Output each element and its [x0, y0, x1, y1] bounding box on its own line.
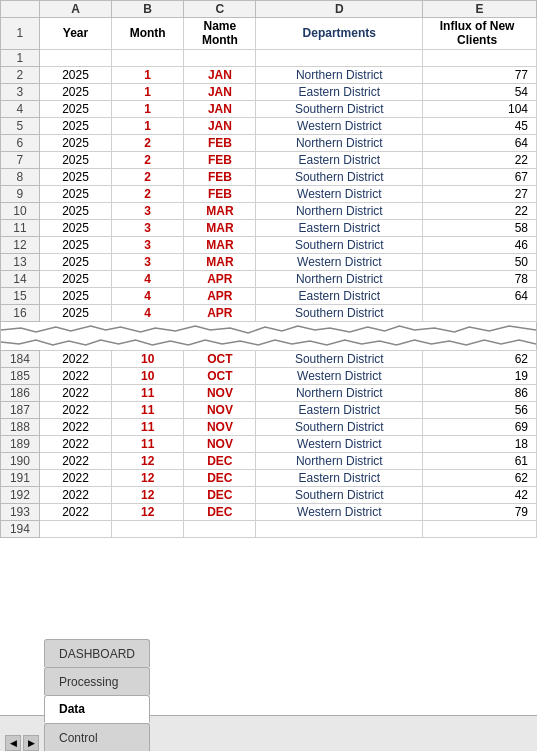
- month-num-cell: 1: [112, 117, 184, 134]
- year-cell: 2022: [39, 486, 111, 503]
- col-b-header: B: [112, 1, 184, 18]
- row-number: 9: [1, 185, 40, 202]
- year-cell: 2022: [39, 452, 111, 469]
- top-table: A B C D E 1 Year Month NameMonth Departm…: [0, 0, 537, 322]
- dept-cell: Southern District: [256, 100, 423, 117]
- name-month-cell: MAR: [184, 253, 256, 270]
- tab-data[interactable]: Data: [44, 695, 150, 723]
- name-month-cell: FEB: [184, 151, 256, 168]
- row-number: 12: [1, 236, 40, 253]
- dept-cell: Northern District: [256, 452, 423, 469]
- table-row: 720252FEBEastern District22: [1, 151, 537, 168]
- dept-cell: Southern District: [256, 236, 423, 253]
- dept-cell: Northern District: [256, 384, 423, 401]
- row-number: 190: [1, 452, 40, 469]
- dept-cell: Southern District: [256, 418, 423, 435]
- table-row: 1420254APRNorthern District78: [1, 270, 537, 287]
- tab-scroll-right[interactable]: ▶: [23, 735, 39, 751]
- name-month-cell: DEC: [184, 452, 256, 469]
- tab-scroll-left[interactable]: ◀: [5, 735, 21, 751]
- table-row: 189202211NOVWestern District18: [1, 435, 537, 452]
- month-num-cell: 12: [112, 452, 184, 469]
- table-row: 190202212DECNorthern District61: [1, 452, 537, 469]
- month-num-cell: 1: [112, 100, 184, 117]
- dept-cell: Northern District: [256, 202, 423, 219]
- label-row: 1 Year Month NameMonth Departments Influ…: [1, 18, 537, 50]
- influx-cell: 54: [423, 83, 537, 100]
- dept-cell: Western District: [256, 435, 423, 452]
- row-number: 16: [1, 304, 40, 321]
- table-row: 193202212DECWestern District79: [1, 503, 537, 520]
- month-num-cell: 4: [112, 270, 184, 287]
- influx-cell: 22: [423, 151, 537, 168]
- label-month: Month: [112, 18, 184, 50]
- table-row: 188202211NOVSouthern District69: [1, 418, 537, 435]
- year-cell: 2025: [39, 202, 111, 219]
- row-number: 11: [1, 219, 40, 236]
- table-row: 185202210OCTWestern District19: [1, 367, 537, 384]
- dept-cell: Eastern District: [256, 287, 423, 304]
- row-number: 187: [1, 401, 40, 418]
- dept-cell: Southern District: [256, 486, 423, 503]
- year-cell: 2022: [39, 367, 111, 384]
- tab-dashboard[interactable]: DASHBOARD: [44, 639, 150, 667]
- dept-cell: Western District: [256, 117, 423, 134]
- name-month-cell: APR: [184, 304, 256, 321]
- dept-cell: Eastern District: [256, 151, 423, 168]
- torn-gap: [0, 322, 537, 350]
- year-cell: 2022: [39, 401, 111, 418]
- table-row: 320251JANEastern District54: [1, 83, 537, 100]
- name-month-cell: APR: [184, 270, 256, 287]
- row-number: 14: [1, 270, 40, 287]
- month-num-cell: 2: [112, 134, 184, 151]
- name-month-cell: OCT: [184, 367, 256, 384]
- name-month-cell: OCT: [184, 350, 256, 367]
- month-num-cell: 12: [112, 503, 184, 520]
- dept-cell: Northern District: [256, 134, 423, 151]
- year-cell: 2022: [39, 503, 111, 520]
- spreadsheet: A B C D E 1 Year Month NameMonth Departm…: [0, 0, 537, 715]
- dept-cell: Eastern District: [256, 401, 423, 418]
- month-num-cell: 4: [112, 304, 184, 321]
- table-row: 1020253MARNorthern District22: [1, 202, 537, 219]
- month-num-cell: 12: [112, 486, 184, 503]
- year-cell: 2025: [39, 185, 111, 202]
- col-d-header: D: [256, 1, 423, 18]
- influx-cell: 56: [423, 401, 537, 418]
- month-num-cell: 11: [112, 435, 184, 452]
- dept-cell: Northern District: [256, 270, 423, 287]
- row-num-1: 1: [1, 18, 40, 50]
- year-cell: 2025: [39, 270, 111, 287]
- influx-cell: 42: [423, 486, 537, 503]
- table-row: 920252FEBWestern District27: [1, 185, 537, 202]
- year-cell: 2022: [39, 384, 111, 401]
- year-cell: 2025: [39, 304, 111, 321]
- label-departments: Departments: [256, 18, 423, 50]
- row-number: 193: [1, 503, 40, 520]
- tab-control[interactable]: Control: [44, 723, 150, 751]
- influx-cell: 46: [423, 236, 537, 253]
- month-num-cell: 3: [112, 253, 184, 270]
- month-num-cell: 12: [112, 469, 184, 486]
- tabs-bar: ◀ ▶ DASHBOARDProcessingDataControl: [0, 715, 537, 751]
- month-num-cell: 2: [112, 151, 184, 168]
- tab-processing[interactable]: Processing: [44, 667, 150, 695]
- year-cell: 2022: [39, 418, 111, 435]
- tabs-container: DASHBOARDProcessingDataControl: [44, 639, 152, 751]
- name-month-cell: JAN: [184, 83, 256, 100]
- label-influx: Influx of New Clients: [423, 18, 537, 50]
- influx-cell: 104: [423, 100, 537, 117]
- name-month-cell: DEC: [184, 503, 256, 520]
- dept-cell: [256, 520, 423, 537]
- row-number-header: [1, 1, 40, 18]
- name-month-cell: [184, 520, 256, 537]
- influx-cell: [423, 304, 537, 321]
- row-number: 7: [1, 151, 40, 168]
- month-num-cell: 3: [112, 202, 184, 219]
- influx-cell: 19: [423, 367, 537, 384]
- label-name-month: NameMonth: [184, 18, 256, 50]
- row-number: 15: [1, 287, 40, 304]
- name-month-cell: JAN: [184, 100, 256, 117]
- dept-cell: Eastern District: [256, 83, 423, 100]
- year-cell: 2022: [39, 350, 111, 367]
